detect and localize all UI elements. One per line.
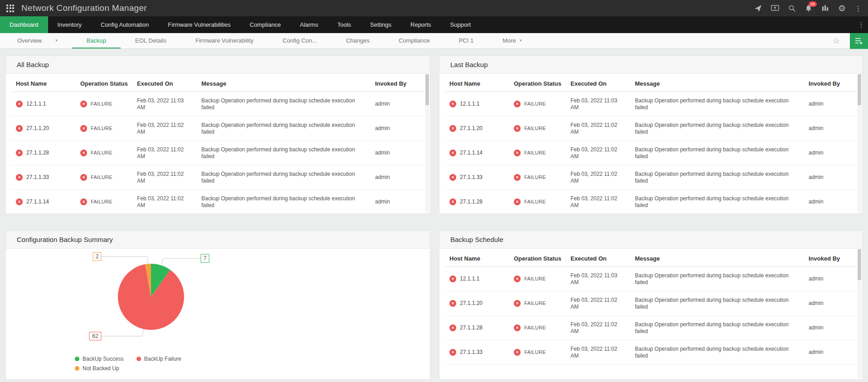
table-row[interactable]: ✕27.1.1.28✕FAILUREFeb 03, 2022 11:02 AMB… [445, 316, 857, 340]
table-row[interactable]: ✕12.1.1.1✕FAILUREFeb 03, 2022 11:03 AMBa… [445, 92, 857, 116]
invoked-by: admin [371, 165, 424, 190]
message: Backup Operation performed during backup… [630, 165, 804, 190]
panel-title: Last Backup [450, 61, 488, 68]
table-scrollbar[interactable] [425, 74, 429, 213]
invoked-by: admin [371, 190, 424, 214]
nav-item-tools[interactable]: Tools [328, 16, 361, 33]
subnav-tab-firmware-vulnerability[interactable]: Firmware Vulnerability [181, 33, 268, 48]
subnav-tab-config-con[interactable]: Config Con... [268, 33, 332, 48]
nav-item-settings[interactable]: Settings [361, 16, 401, 33]
subnav-tab-pci-1[interactable]: PCI 1 [444, 33, 488, 48]
add-widget-button[interactable] [850, 33, 868, 49]
failure-status-icon: ✕ [449, 300, 456, 307]
executed-on: Feb 03, 2022 11:02 AM [132, 116, 197, 141]
host-name: 12.1.1.1 [460, 276, 479, 282]
paper-plane-icon[interactable] [754, 5, 762, 12]
column-header-operation-status: Operation Status [509, 74, 566, 92]
failure-status-icon: ✕ [514, 324, 521, 331]
subnav-tab-label: More [502, 37, 516, 44]
topbar-more-vertical-icon[interactable]: ⋮ [855, 5, 862, 12]
server-stats-icon[interactable] [821, 5, 829, 12]
legend-label: BackUp Failure [144, 356, 181, 362]
host-name: 12.1.1.1 [460, 101, 479, 107]
table-row[interactable]: ✕12.1.1.1✕FAILUREFeb 03, 2022 11:03 AMBa… [445, 267, 857, 291]
column-header-host-name: Host Name [445, 249, 509, 267]
host-name: 12.1.1.1 [26, 101, 46, 107]
column-header-host-name: Host Name [445, 74, 509, 92]
executed-on: Feb 03, 2022 11:02 AM [566, 116, 630, 141]
legend-item-backup-failure[interactable]: BackUp Failure [137, 356, 181, 362]
legend-item-backup-success[interactable]: BackUp Success [75, 356, 124, 362]
scrollbar-thumb[interactable] [425, 74, 429, 105]
nav-item-firmware-vulnerabilities[interactable]: Firmware Vulnerabilities [158, 16, 240, 33]
nav-item-dashboard[interactable]: Dashboard [0, 16, 48, 33]
subnav-tab-backup[interactable]: Backup [72, 33, 121, 48]
subnav-tab-label: Backup [87, 37, 106, 44]
nav-item-config-automation[interactable]: Config Automation [91, 16, 158, 33]
failure-status-icon: ✕ [449, 174, 456, 181]
all-backup-table-wrap: Host NameOperation StatusExecuted OnMess… [6, 74, 430, 214]
bell-icon[interactable]: 29 [805, 5, 812, 12]
table-row[interactable]: ✕27.1.1.20✕FAILUREFeb 03, 2022 11:02 AMB… [445, 291, 857, 316]
panel-config-backup-summary: Configuration Backup Summary 7622 BackUp… [5, 230, 430, 380]
nav-item-compliance[interactable]: Compliance [240, 16, 291, 33]
subnav-tab-overview[interactable]: Overview▾ [3, 33, 72, 48]
subnav-tab-label: PCI 1 [459, 37, 474, 44]
pie-value-label: 62 [92, 333, 98, 339]
message: Backup Operation performed during backup… [197, 190, 371, 214]
subnav-tabs: Overview▾BackupEOL DetailsFirmware Vulne… [3, 33, 536, 48]
message: Backup Operation performed during backup… [630, 340, 804, 365]
table-row[interactable]: ✕27.1.1.28✕FAILUREFeb 03, 2022 11:02 AMB… [11, 141, 424, 165]
table-row[interactable]: ✕27.1.1.14✕FAILUREFeb 03, 2022 11:02 AMB… [445, 141, 857, 165]
search-icon[interactable] [788, 5, 796, 12]
nav-item-support[interactable]: Support [441, 16, 481, 33]
legend-item-not-backed-up[interactable]: Not Backed Up [75, 365, 119, 372]
panel-all-backup: All Backup Host NameOperation StatusExec… [5, 55, 430, 214]
screen-share-icon[interactable] [771, 5, 779, 12]
subnav-tab-compliance[interactable]: Compliance [384, 33, 444, 48]
operation-status: FAILURE [91, 126, 112, 131]
column-header-executed-on: Executed On [566, 74, 630, 92]
failure-status-icon: ✕ [449, 198, 456, 205]
invoked-by: admin [371, 141, 424, 165]
apps-grid-icon[interactable] [6, 5, 14, 12]
table-row[interactable]: ✕27.1.1.33✕FAILUREFeb 03, 2022 11:02 AMB… [445, 340, 857, 365]
panel-header: Configuration Backup Summary [6, 231, 430, 249]
table-header-row: Host NameOperation StatusExecuted OnMess… [11, 74, 424, 92]
table-row[interactable]: ✕27.1.1.28✕FAILUREFeb 03, 2022 11:02 AMB… [445, 190, 857, 214]
favorite-star-icon[interactable]: ☆ [833, 37, 840, 45]
nav-item-reports[interactable]: Reports [401, 16, 441, 33]
message: Backup Operation performed during backup… [630, 190, 804, 214]
table-row[interactable]: ✕27.1.1.33✕FAILUREFeb 03, 2022 11:02 AMB… [445, 165, 857, 190]
failure-status-icon: ✕ [514, 349, 521, 356]
last-backup-table: Host NameOperation StatusExecuted OnMess… [445, 74, 857, 214]
scrollbar-thumb[interactable] [858, 249, 861, 280]
subnav-tab-more[interactable]: More▾ [488, 33, 536, 48]
nav-more-vertical-icon[interactable]: ⋮ [854, 16, 868, 33]
host-name: 27.1.1.20 [460, 125, 483, 131]
panel-header: All Backup [6, 56, 430, 74]
app-title: Network Configuration Manager [21, 3, 147, 13]
table-row[interactable]: ✕27.1.1.33✕FAILUREFeb 03, 2022 11:02 AMB… [11, 165, 424, 190]
executed-on: Feb 03, 2022 11:02 AM [566, 316, 630, 340]
invoked-by: admin [804, 316, 857, 340]
panel-header: Backup Schedule [439, 231, 862, 249]
backup-summary-chart-area: 7622 BackUp SuccessBackUp FailureNot Bac… [6, 249, 430, 372]
table-row[interactable]: ✕27.1.1.20✕FAILUREFeb 03, 2022 11:02 AMB… [445, 116, 857, 141]
table-row[interactable]: ✕12.1.1.1✕FAILUREFeb 03, 2022 11:03 AMBa… [11, 92, 424, 116]
host-name: 27.1.1.14 [26, 198, 49, 205]
subnav-tab-changes[interactable]: Changes [332, 33, 384, 48]
table-row[interactable]: ✕27.1.1.14✕FAILUREFeb 03, 2022 11:02 AMB… [11, 190, 424, 214]
chevron-down-icon: ▾ [55, 38, 58, 43]
subnav-tab-eol-details[interactable]: EOL Details [121, 33, 181, 48]
nav-item-inventory[interactable]: Inventory [48, 16, 91, 33]
nav-item-alarms[interactable]: Alarms [290, 16, 327, 33]
table-row[interactable]: ✕27.1.1.20✕FAILUREFeb 03, 2022 11:02 AMB… [11, 116, 424, 141]
gear-icon[interactable]: ⚙ [838, 4, 846, 13]
host-name: 27.1.1.28 [460, 324, 483, 331]
subnav-tab-label: Overview [17, 37, 42, 44]
scrollbar-thumb[interactable] [858, 74, 861, 105]
failure-status-icon: ✕ [449, 125, 456, 132]
table-scrollbar[interactable] [858, 74, 861, 213]
table-scrollbar[interactable] [858, 249, 861, 378]
